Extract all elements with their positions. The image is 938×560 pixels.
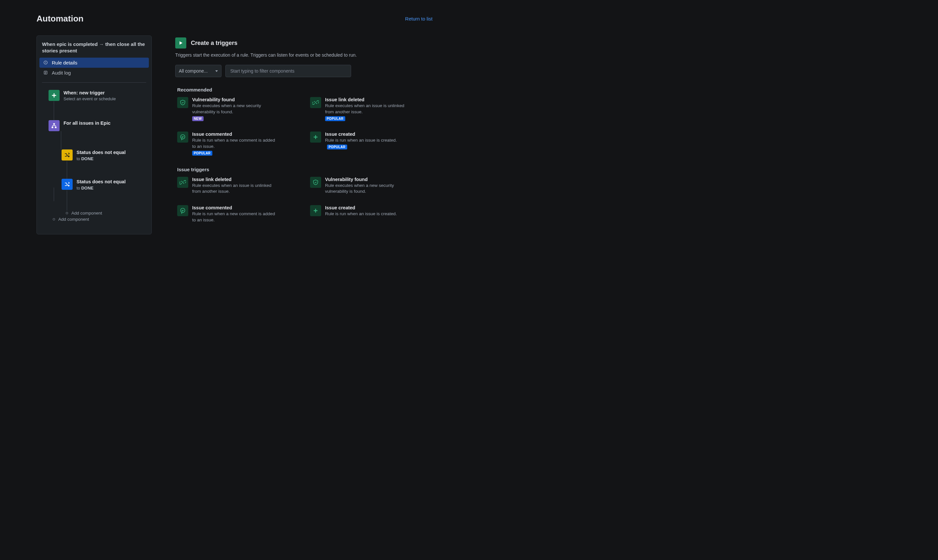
trigger-title: Vulnerability found [325,177,410,182]
popular-badge: POPULAR [327,145,347,149]
info-icon [43,60,48,65]
shuffle-icon [62,179,72,190]
section-recommended: Recommended [177,87,433,92]
component-type-select[interactable]: All compone... [175,65,222,77]
flow-cond1-title: Status does not equal [77,149,126,155]
trigger-desc: Rule is run when a new comment is added … [192,137,277,150]
new-badge: NEW [192,116,203,121]
flow-cond2-sub: to DONE [77,186,126,191]
svg-rect-10 [52,127,54,128]
play-icon [175,37,186,49]
rule-builder-panel: When epic is completed → then close all … [37,35,152,234]
connector [54,101,54,120]
flow-cond1-sub: to DONE [77,156,126,161]
plus-icon [310,132,321,143]
trigger-link-deleted-rec[interactable]: Issue link deleted Rule executes when an… [310,97,433,121]
panel-title: Create a triggers [191,40,237,46]
trigger-title: Issue commented [192,132,277,137]
rule-name-pre: When epic is completed [42,42,98,47]
add-component-outer-label: Add component [58,217,89,222]
return-to-list-link[interactable]: Return to list [405,16,433,22]
right-panel: Create a triggers Triggers start the exe… [175,35,433,234]
trigger-desc: Rule executes when an issue is unlinked … [192,183,277,195]
flow-branch-title: For all issues in Epic [63,120,111,126]
plus-icon [310,205,321,216]
connector [67,161,67,179]
rule-name: When epic is completed → then close all … [39,41,149,58]
trigger-title: Issue link deleted [325,97,410,102]
svg-point-2 [46,62,46,62]
popular-badge: POPULAR [192,151,213,155]
svg-rect-11 [55,127,57,128]
divider [42,82,146,83]
add-dot-icon [66,212,68,214]
unlink-icon [310,97,321,108]
section-issue-triggers: Issue triggers [177,167,433,172]
add-dot-icon [53,218,55,220]
trigger-title: Issue created [325,132,410,137]
flow-branch-node[interactable]: For all issues in Epic [49,120,149,131]
flow-trigger-title: When: new trigger [63,90,116,96]
nav-rule-details-label: Rule details [52,60,77,65]
trigger-title: Issue created [325,205,397,210]
flow-condition-2[interactable]: Status does not equal to DONE [62,179,149,191]
shuffle-icon [62,149,72,160]
trigger-desc: Rule is run when an issue is created. [325,138,397,143]
panel-description: Triggers start the execution of a rule. … [175,52,433,58]
trigger-created-rec[interactable]: Issue created Rule is run when an issue … [310,132,433,155]
trigger-vulnerability-found[interactable]: Vulnerability found Rule executes when a… [177,97,300,121]
filter-input[interactable] [225,65,351,77]
comment-icon [177,205,188,216]
trigger-title: Issue link deleted [192,177,277,182]
arrow-icon: → [99,42,105,47]
unlink-icon [177,177,188,188]
connector [61,131,61,149]
connector [54,188,54,201]
select-value: All compone... [179,68,208,74]
trigger-created[interactable]: Issue created Rule is run when an issue … [310,205,433,223]
flow-condition-1[interactable]: Status does not equal to DONE [62,149,149,161]
trigger-commented-rec[interactable]: Issue commented Rule is run when a new c… [177,132,300,155]
sitemap-icon [49,120,60,131]
nav-audit-log[interactable]: Audit log [39,68,149,78]
trigger-desc: Rule is run when a new comment is added … [192,211,277,223]
comment-icon [177,132,188,143]
trigger-title: Vulnerability found [192,97,277,102]
trigger-desc: Rule is run when an issue is created. [325,211,397,217]
trigger-link-deleted[interactable]: Issue link deleted Rule executes when an… [177,177,300,195]
flow-cond2-title: Status does not equal [77,179,126,185]
svg-rect-9 [54,123,55,125]
page-title: Automation [37,14,83,24]
plus-icon [49,90,60,101]
shield-icon [177,97,188,108]
chevron-down-icon [215,70,218,72]
flow-trigger-sub: Select an event or schedule [63,96,116,101]
trigger-title: Issue commented [192,205,277,210]
trigger-desc: Rule executes when a new security vulner… [192,103,277,115]
trigger-vulnerability-found-2[interactable]: Vulnerability found Rule executes when a… [310,177,433,195]
add-component-outer[interactable]: Add component [54,217,149,222]
trigger-commented[interactable]: Issue commented Rule is run when a new c… [177,205,300,223]
shield-icon [310,177,321,188]
flow-trigger-node[interactable]: When: new trigger Select an event or sch… [49,90,149,102]
trigger-desc: Rule executes when an issue is unlinked … [325,103,410,115]
nav-rule-details[interactable]: Rule details [39,58,149,68]
nav-audit-log-label: Audit log [52,70,71,75]
add-component-inner-label: Add component [71,211,102,215]
list-icon [43,70,48,75]
popular-badge: POPULAR [325,116,345,121]
trigger-desc: Rule executes when a new security vulner… [325,183,410,195]
